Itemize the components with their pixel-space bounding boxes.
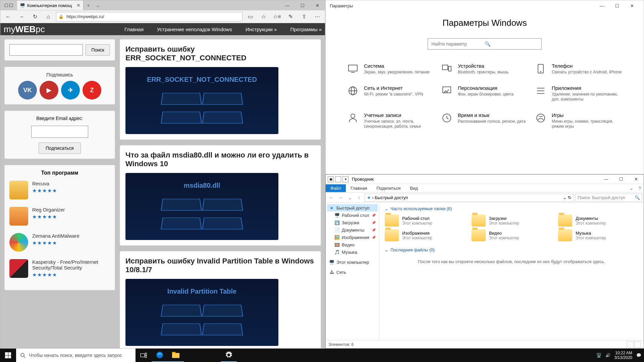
article-card[interactable]: Исправить ошибку ERR_SOCKET_NOT_CONNECTE… xyxy=(120,39,321,140)
close-window-button[interactable]: ✕ xyxy=(310,0,325,10)
forward-button[interactable]: → xyxy=(16,11,27,22)
taskbar-app-settings[interactable] xyxy=(221,349,237,362)
back-button[interactable]: ← xyxy=(327,194,335,202)
nav-link-troubleshoot[interactable]: Устранение неполадок Windows xyxy=(157,26,232,32)
close-tab-icon[interactable]: ✕ xyxy=(76,3,80,8)
tray-notifications-icon[interactable]: 💬 xyxy=(636,353,641,358)
vk-icon[interactable]: VK xyxy=(18,81,37,100)
tree-videos[interactable]: 🎞️Видео xyxy=(327,241,378,248)
refresh-button[interactable]: ↻ xyxy=(29,11,41,22)
program-item[interactable]: Kaspersky - Free/Pro/Internet Security/T… xyxy=(9,259,110,278)
recent-dropdown-icon[interactable]: ⌄ xyxy=(346,194,354,202)
home-button[interactable]: ⌂ xyxy=(43,11,54,22)
tray-volume-icon[interactable]: 🔊 xyxy=(605,353,610,358)
up-button[interactable]: ↑ xyxy=(355,194,363,202)
close-window-button[interactable]: ✕ xyxy=(625,1,640,11)
favorites-bar-icon[interactable]: ☆≡ xyxy=(271,11,283,22)
folder-documents[interactable]: ДокументыЭтот компьютер xyxy=(558,215,638,227)
explorer-address-bar[interactable]: ★ › Быстрый доступ⌄ ↻ xyxy=(365,194,574,202)
program-item[interactable]: Zemana AntiMalware★★★★★ xyxy=(9,233,110,252)
nav-link-home[interactable]: Главная xyxy=(124,26,144,32)
view-icons-button[interactable] xyxy=(634,342,641,348)
ribbon-tab-file[interactable]: Файл xyxy=(326,184,346,192)
settings-item-devices[interactable]: УстройстваBluetooth, принтеры, мышь xyxy=(441,63,528,75)
email-input[interactable] xyxy=(31,126,88,138)
tree-desktop[interactable]: 🖥️Рабочий стол📌 xyxy=(327,212,378,219)
site-search-button[interactable]: Поиск xyxy=(86,44,110,56)
maximize-button[interactable]: ☐ xyxy=(295,0,310,10)
folder-downloads[interactable]: ЗагрузкиЭтот компьютер xyxy=(472,215,552,227)
minimize-button[interactable]: — xyxy=(594,1,609,11)
zen-icon[interactable]: Z xyxy=(83,81,101,100)
program-item[interactable]: Recuva★★★★★ xyxy=(9,181,110,199)
start-button[interactable] xyxy=(0,349,16,362)
close-window-button[interactable]: ✕ xyxy=(629,174,644,184)
minimize-button[interactable]: — xyxy=(598,174,613,184)
ribbon-tab-home[interactable]: Главная xyxy=(346,184,372,192)
back-button[interactable]: ← xyxy=(2,11,14,22)
maximize-button[interactable]: ☐ xyxy=(609,1,625,11)
qat-icon[interactable]: ▣ xyxy=(328,176,334,182)
notes-icon[interactable]: ✎ xyxy=(285,11,296,22)
nav-link-programs[interactable]: Программы » xyxy=(290,26,322,32)
folder-desktop[interactable]: Рабочий столЭтот компьютер xyxy=(385,215,465,227)
tray-network-icon[interactable]: 🖥️ xyxy=(596,353,601,358)
favorite-icon[interactable]: ☆ xyxy=(258,11,269,22)
article-card[interactable]: Исправить ошибку Invalid Partition Table… xyxy=(120,251,321,348)
folder-music[interactable]: МузыкаЭтот компьютер xyxy=(558,229,638,241)
forward-button[interactable]: → xyxy=(336,194,344,202)
tree-music[interactable]: 🎵Музыка xyxy=(327,248,378,256)
folder-pictures[interactable]: ИзображенияЭтот компьютер xyxy=(385,229,465,241)
settings-item-time[interactable]: Время и языкРаспознавание голоса, регион… xyxy=(441,112,528,129)
qat-icon[interactable] xyxy=(335,176,341,182)
maximize-button[interactable]: ☐ xyxy=(613,174,629,184)
share-icon[interactable]: ⇪ xyxy=(298,11,310,22)
taskbar-search[interactable]: Чтобы начать поиск, введите здесь запрос xyxy=(16,349,136,362)
new-tab-button[interactable]: + xyxy=(84,3,93,8)
program-item[interactable]: Reg Organizer★★★★★ xyxy=(9,207,110,226)
reading-view-icon[interactable]: ▭ xyxy=(245,11,256,22)
tree-this-pc[interactable]: 🖥️Этот компьютер xyxy=(327,258,378,266)
settings-item-personalization[interactable]: ПерсонализацияФон, экран блокировки, цве… xyxy=(441,85,528,102)
settings-item-system[interactable]: СистемаЭкран, звук, уведомления, питание xyxy=(347,63,434,75)
settings-item-gaming[interactable]: ИгрыМеню игры, снимки, трансляция, режим… xyxy=(535,112,622,129)
subscribe-button[interactable]: Подписаться xyxy=(39,142,81,154)
tab-overflow-icon[interactable]: ⌄ xyxy=(93,3,103,8)
tab-actions-icon[interactable] xyxy=(0,0,17,10)
group-recent-files[interactable]: ⌄Последние файлы (0) xyxy=(385,247,638,252)
program-icon xyxy=(9,259,28,278)
settings-search-input[interactable]: Найти параметр🔍 xyxy=(428,38,542,50)
tree-downloads[interactable]: ⬇️Загрузки📌 xyxy=(327,219,378,226)
group-frequent-folders[interactable]: ⌄Часто используемые папки (6) xyxy=(385,206,638,211)
article-card[interactable]: Что за файл msdia80.dll и можно ли его у… xyxy=(120,145,321,246)
youtube-icon[interactable]: ▶ xyxy=(40,81,58,100)
ribbon-tab-share[interactable]: Поделиться xyxy=(372,184,405,192)
tree-pictures[interactable]: 🖼️Изображения📌 xyxy=(327,234,378,241)
task-view-button[interactable] xyxy=(136,349,152,362)
telegram-icon[interactable]: ✈ xyxy=(61,81,80,100)
site-logo[interactable]: myWEBpc xyxy=(4,24,45,35)
taskbar-app-explorer[interactable] xyxy=(168,349,184,362)
nav-link-instructions[interactable]: Инструкции » xyxy=(246,26,277,32)
view-details-button[interactable] xyxy=(627,342,634,348)
tree-quick-access[interactable]: ★Быстрый доступ xyxy=(327,204,378,212)
explorer-search-input[interactable]: Поиск: Быстрый доступ🔍 xyxy=(575,194,642,202)
address-bar[interactable]: 🔒 https://mywebpc.ru/ xyxy=(56,12,243,21)
taskbar-app-edge[interactable] xyxy=(152,349,168,362)
more-icon[interactable]: ⋯ xyxy=(312,11,323,22)
settings-item-accounts[interactable]: Учетные записиУчетные записи, эл. почта,… xyxy=(347,112,434,129)
tray-clock[interactable]: 10:22 AM3/13/2020 xyxy=(614,351,632,360)
help-icon[interactable]: ? xyxy=(636,186,644,191)
minimize-button[interactable]: — xyxy=(280,0,295,10)
ribbon-tab-view[interactable]: Вид xyxy=(405,184,423,192)
tree-network[interactable]: 🖧Сеть xyxy=(327,268,378,276)
site-search-input[interactable] xyxy=(9,44,83,56)
folder-videos[interactable]: ВидеоЭтот компьютер xyxy=(472,229,552,241)
settings-item-network[interactable]: Сеть и ИнтернетWi-Fi, режим "в самолете"… xyxy=(347,85,434,102)
browser-tab[interactable]: 🖥️ Компьютерная помощ ✕ xyxy=(17,1,84,10)
settings-item-apps[interactable]: ПриложенияУдаление, значения по умолчани… xyxy=(535,85,622,102)
settings-item-phone[interactable]: ТелефонСвязать устройство с Android, iPh… xyxy=(535,63,622,75)
qat-dropdown-icon[interactable]: ▾ xyxy=(342,176,348,182)
tree-documents[interactable]: 📄Документы📌 xyxy=(327,226,378,234)
ribbon-expand-icon[interactable]: ⌄ xyxy=(627,186,636,191)
